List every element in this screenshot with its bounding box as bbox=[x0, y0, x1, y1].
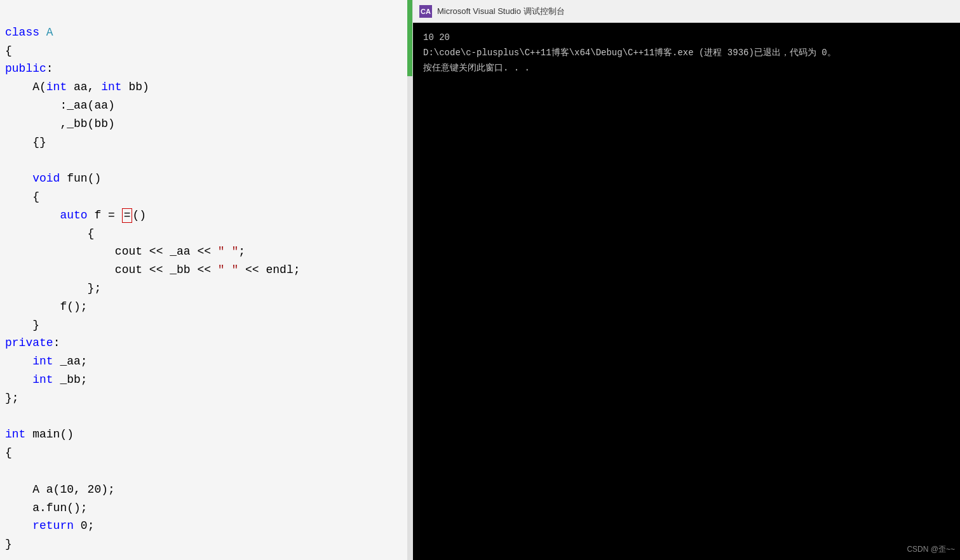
line-open-brace3: { bbox=[5, 227, 94, 240]
line-open-brace1: { bbox=[5, 44, 12, 57]
line-open-brace-main: { bbox=[5, 446, 12, 459]
line-empty-brace: {} bbox=[5, 136, 46, 149]
console-line-3: D:\code\c-plusplus\C++11博客\x64\Debug\C++… bbox=[423, 46, 950, 61]
watermark: CSDN @歪~~ bbox=[907, 544, 955, 555]
line-void-fun: void fun() bbox=[5, 172, 101, 185]
console-titlebar: CA Microsoft Visual Studio 调试控制台 bbox=[413, 0, 960, 23]
line-return: return 0; bbox=[5, 519, 94, 532]
line-cout1: cout << _aa << " "; bbox=[5, 245, 245, 258]
line-private: private: bbox=[5, 337, 60, 349]
scroll-thumb[interactable] bbox=[407, 0, 412, 76]
line-int-bb: int _bb; bbox=[5, 373, 88, 386]
line-close-brace2: } bbox=[5, 319, 39, 331]
line-f-call: f(); bbox=[5, 300, 88, 313]
console-title: Microsoft Visual Studio 调试控制台 bbox=[437, 6, 565, 17]
line-open-brace2: { bbox=[5, 190, 39, 203]
vs-icon: CA bbox=[419, 5, 432, 18]
line-init2: ,_bb(bb) bbox=[5, 117, 115, 130]
line-close-class: }; bbox=[5, 392, 19, 404]
line-class: class A bbox=[5, 26, 53, 39]
line-int-main: int main() bbox=[5, 428, 74, 441]
line-cout2: cout << _bb << " " << endl; bbox=[5, 263, 300, 276]
line-auto: auto f = =() bbox=[5, 209, 146, 222]
line-a-init: A a(10, 20); bbox=[5, 483, 115, 496]
code-editor: class A { public: A(int aa, int bb) :_aa… bbox=[0, 0, 413, 560]
line-init1: :_aa(aa) bbox=[5, 99, 115, 112]
line-int-aa: int _aa; bbox=[5, 355, 88, 368]
line-public: public: bbox=[5, 62, 53, 75]
line-constructor: A(int aa, int bb) bbox=[5, 81, 149, 93]
line-close-brace3: }; bbox=[5, 282, 101, 295]
console-panel: CA Microsoft Visual Studio 调试控制台 10 20 D… bbox=[413, 0, 960, 560]
console-output: 10 20 D:\code\c-plusplus\C++11博客\x64\Deb… bbox=[413, 23, 960, 560]
console-line-4: 按任意键关闭此窗口. . . bbox=[423, 61, 950, 76]
line-a-fun: a.fun(); bbox=[5, 502, 88, 514]
lambda-capture: = bbox=[122, 208, 133, 223]
line-close-main: } bbox=[5, 538, 12, 550]
scrollbar[interactable] bbox=[407, 0, 412, 560]
console-line-1: 10 20 bbox=[423, 30, 950, 46]
code-content: class A { public: A(int aa, int bb) :_aa… bbox=[0, 0, 412, 560]
